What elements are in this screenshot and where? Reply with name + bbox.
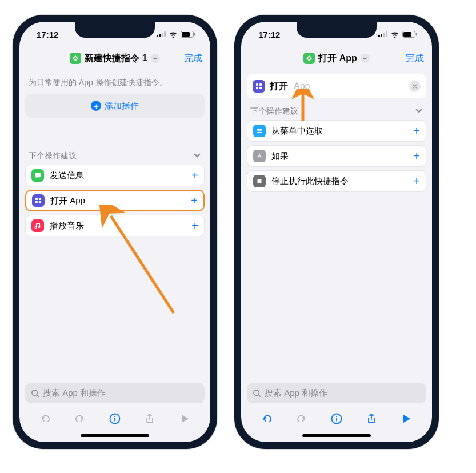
status-time: 17:12 [258, 30, 293, 39]
play-button[interactable] [398, 411, 414, 427]
grid-icon [253, 80, 265, 93]
suggestions-title: 下个操作建议 [29, 151, 77, 161]
svg-rect-21 [257, 130, 262, 131]
add-action-label: 添加操作 [105, 101, 139, 111]
info-button[interactable] [329, 411, 345, 427]
nav-bar: 新建快捷指令 1 完成 [19, 47, 210, 70]
svg-rect-28 [336, 418, 337, 422]
music-icon [31, 219, 44, 232]
suggestions-header[interactable]: 下个操作建议 [25, 151, 205, 165]
svg-rect-18 [256, 87, 258, 89]
share-button[interactable] [363, 411, 379, 427]
suggestion-row[interactable]: 从菜单中选取 + [247, 120, 426, 142]
svg-rect-23 [258, 179, 262, 183]
plus-icon[interactable]: + [413, 125, 420, 138]
status-icons [378, 31, 418, 38]
info-button[interactable] [107, 411, 123, 427]
chat-icon [31, 169, 44, 182]
suggestion-row-open-app[interactable]: 打开 App + [25, 190, 205, 211]
phone-left: 17:12 新建快捷指令 1 完成 [13, 15, 217, 449]
action-param[interactable]: App [294, 81, 310, 91]
svg-rect-19 [259, 87, 262, 89]
shortcuts-icon [70, 53, 81, 64]
svg-rect-6 [39, 201, 41, 203]
svg-rect-15 [416, 33, 417, 36]
suggestion-row[interactable]: 发送信息 + [25, 165, 205, 186]
share-button[interactable] [142, 411, 158, 427]
svg-rect-1 [182, 32, 190, 37]
battery-icon [402, 31, 417, 38]
svg-rect-11 [114, 418, 115, 422]
done-button[interactable]: 完成 [184, 53, 202, 65]
svg-line-8 [37, 395, 38, 396]
svg-rect-20 [257, 129, 262, 130]
remove-action-button[interactable] [409, 81, 421, 92]
suggestion-label: 从菜单中选取 [271, 126, 407, 137]
action-card-open-app[interactable]: 打开 App [247, 74, 426, 98]
svg-rect-17 [259, 83, 262, 86]
suggestion-label: 发送信息 [50, 170, 186, 181]
screen-left: 17:12 新建快捷指令 1 完成 [19, 22, 210, 442]
svg-rect-14 [403, 32, 411, 37]
chevron-down-icon [193, 151, 201, 161]
plus-icon[interactable]: + [191, 219, 198, 233]
suggestion-row[interactable]: 停止执行此快捷指令 + [247, 170, 426, 192]
home-indicator [241, 432, 432, 442]
svg-point-27 [336, 416, 337, 417]
svg-line-25 [258, 395, 260, 396]
content-left: 为日常使用的 App 操作创建快捷指令。 ＋ 添加操作 下个操作建议 发送信息 [19, 70, 210, 379]
status-time: 17:12 [37, 30, 71, 39]
plus-icon[interactable]: + [413, 150, 420, 163]
screen-right: 17:12 打开 App 完成 [241, 22, 432, 442]
suggestion-label: 如果 [271, 151, 407, 162]
suggestion-row[interactable]: 播放音乐 + [25, 215, 205, 236]
redo-button[interactable] [294, 411, 310, 427]
nav-title[interactable]: 新建快捷指令 1 [70, 53, 159, 65]
suggestion-row[interactable]: 如果 + [247, 145, 426, 167]
search-input[interactable]: 搜索 App 和操作 [247, 383, 426, 403]
branch-icon [253, 150, 266, 162]
chevron-down-icon [415, 107, 423, 117]
phone-right: 17:12 打开 App 完成 [234, 15, 439, 449]
svg-rect-16 [256, 83, 258, 86]
wifi-icon [169, 31, 178, 38]
signal-icon [157, 31, 166, 37]
status-bar: 17:12 [19, 22, 210, 47]
undo-button[interactable] [37, 411, 53, 427]
shortcuts-icon [303, 53, 315, 64]
battery-icon [181, 31, 195, 38]
undo-button[interactable] [259, 411, 275, 427]
toolbar [241, 407, 432, 432]
redo-button[interactable] [72, 411, 88, 427]
svg-rect-22 [257, 132, 262, 133]
suggestion-label: 打开 App [50, 195, 185, 206]
suggestions-title: 下个操作建议 [250, 106, 298, 117]
svg-point-10 [114, 416, 115, 417]
grid-icon [32, 194, 45, 207]
search-icon [31, 389, 39, 398]
svg-rect-5 [35, 201, 38, 203]
nav-title-text: 新建快捷指令 1 [85, 53, 147, 65]
search-placeholder: 搜索 App 和操作 [265, 388, 327, 399]
done-button[interactable]: 完成 [406, 53, 424, 65]
search-input[interactable]: 搜索 App 和操作 [25, 383, 205, 403]
stop-icon [253, 175, 266, 187]
suggestions-header[interactable]: 下个操作建议 [247, 106, 426, 120]
home-indicator [19, 432, 210, 442]
play-button[interactable] [177, 411, 193, 427]
plus-icon[interactable]: + [191, 169, 198, 182]
plus-icon[interactable]: + [413, 175, 420, 188]
status-bar: 17:12 [241, 22, 432, 47]
add-action-button[interactable]: ＋ 添加操作 [25, 94, 205, 118]
nav-title[interactable]: 打开 App [303, 53, 370, 65]
suggestion-label: 播放音乐 [50, 221, 186, 231]
toolbar [19, 407, 210, 432]
plus-icon[interactable]: + [191, 194, 198, 207]
suggestions-list: 从菜单中选取 + 如果 + 停止执行此快捷指令 + [247, 120, 426, 192]
svg-rect-3 [35, 198, 38, 200]
signal-icon [378, 31, 388, 37]
nav-bar: 打开 App 完成 [241, 47, 432, 70]
svg-rect-4 [39, 198, 41, 200]
plus-circle-icon: ＋ [91, 101, 101, 111]
svg-rect-2 [194, 33, 195, 36]
